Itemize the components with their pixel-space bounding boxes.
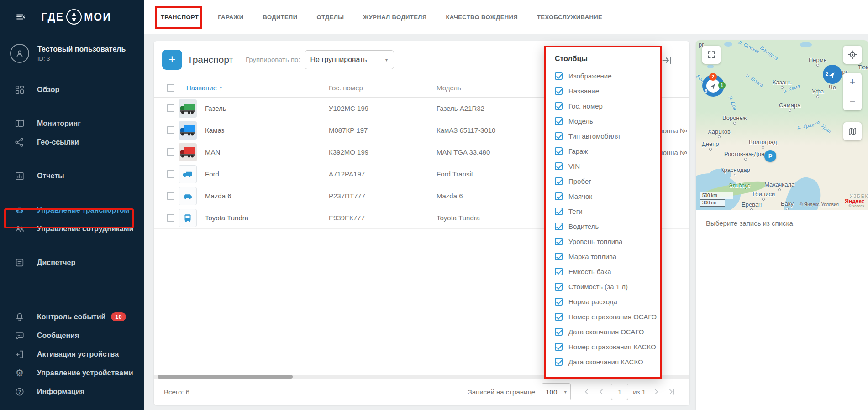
menu-icon[interactable] [15, 11, 28, 22]
first-page-icon[interactable] [578, 387, 594, 396]
sidebar-item-employee-management[interactable]: Управление сотрудниками [0, 219, 144, 238]
parking-marker[interactable]: P [764, 150, 776, 162]
sidebar-item-dispatcher[interactable]: Диспетчер [0, 253, 144, 272]
scrollbar-thumb[interactable] [158, 375, 293, 379]
zoom-in-button[interactable]: + [843, 73, 862, 92]
sidebar-item-device-activation[interactable]: Активация устройства [0, 345, 144, 363]
column-toggle-item[interactable]: Название [555, 83, 660, 99]
geolocate-button[interactable] [843, 46, 862, 64]
sidebar-item-overview[interactable]: Обзор [0, 80, 144, 99]
prev-page-icon[interactable] [594, 387, 609, 396]
column-toggle-item[interactable]: Теги [555, 204, 660, 219]
chat-icon [14, 331, 25, 341]
column-header-plate[interactable]: Гос. номер [329, 84, 437, 92]
next-page-icon[interactable] [648, 387, 664, 396]
per-page-select[interactable]: 100 ▾ [542, 383, 571, 400]
tab-garages[interactable]: ГАРАЖИ [218, 14, 243, 21]
map-cluster[interactable]: 2 [823, 65, 842, 84]
column-toggle-item[interactable]: Водитель [555, 219, 660, 234]
checkbox-checked-icon[interactable] [555, 117, 563, 125]
checkbox-checked-icon[interactable] [555, 358, 563, 366]
column-toggle-item[interactable]: Марка топлива [555, 249, 660, 264]
sidebar-item-event-control[interactable]: Контроль событий10 [0, 307, 144, 326]
sidebar-item-information[interactable]: ?Информация [0, 382, 144, 401]
checkbox-checked-icon[interactable] [555, 268, 563, 275]
map-icon [14, 119, 25, 129]
tab-departments[interactable]: ОТДЕЛЫ [316, 14, 344, 21]
add-vehicle-button[interactable]: + [162, 50, 182, 70]
column-toggle-item[interactable]: Номер страхования КАСКО [555, 339, 660, 354]
column-toggle-item[interactable]: Пробег [555, 174, 660, 189]
row-checkbox[interactable] [167, 148, 174, 156]
column-label: Гос. номер [568, 102, 603, 110]
checkbox-checked-icon[interactable] [555, 253, 563, 260]
tab-driver-journal[interactable]: ЖУРНАЛ ВОДИТЕЛЯ [363, 14, 426, 21]
column-toggle-item[interactable]: Изображение [555, 68, 660, 83]
tab-transport[interactable]: ТРАНСПОРТ [161, 14, 199, 21]
last-page-icon[interactable] [664, 387, 679, 396]
column-toggle-item[interactable]: Гос. номер [555, 99, 660, 114]
map-cluster[interactable]: 2 1 6 [702, 75, 724, 97]
sidebar-item-monitoring[interactable]: Мониторинг [0, 114, 144, 133]
checkbox-checked-icon[interactable] [555, 192, 563, 200]
sidebar-item-reports[interactable]: Отчеты [0, 166, 144, 185]
checkbox-checked-icon[interactable] [555, 147, 563, 155]
column-toggle-item[interactable]: Уровень топлива [555, 234, 660, 249]
column-header-name[interactable]: Название↑ [179, 84, 329, 92]
column-toggle-item[interactable]: Гараж [555, 144, 660, 159]
sidebar-item-geo-links[interactable]: Гео-ссылки [0, 133, 144, 151]
lake-shape [800, 42, 812, 47]
fullscreen-button[interactable] [702, 46, 721, 64]
checkbox-checked-icon[interactable] [555, 72, 563, 80]
column-toggle-item[interactable]: Номер страхования ОСАГО [555, 309, 660, 324]
layers-button[interactable] [843, 122, 862, 140]
row-checkbox[interactable] [167, 104, 174, 112]
checkbox-checked-icon[interactable] [555, 102, 563, 110]
checkbox-checked-icon[interactable] [555, 328, 563, 336]
column-toggle-item[interactable]: Тип автомобиля [555, 129, 660, 144]
sidebar-item-device-management[interactable]: ⚙Управление устройствами [0, 363, 144, 382]
sidebar-item-vehicle-management[interactable]: Управление транспортом [0, 201, 144, 219]
column-toggle-item[interactable]: Стоимость (за 1 л) [555, 279, 660, 294]
checkbox-checked-icon[interactable] [555, 177, 563, 185]
sidebar-item-messages[interactable]: Сообщения [0, 326, 144, 345]
row-checkbox[interactable] [167, 192, 174, 200]
select-all-checkbox[interactable] [167, 84, 174, 92]
checkbox-checked-icon[interactable] [555, 343, 563, 351]
logo-row: ГДЕ МОИ [0, 0, 144, 34]
row-checkbox[interactable] [167, 126, 174, 134]
tab-driving-quality[interactable]: КАЧЕСТВО ВОЖДЕНИЯ [446, 14, 518, 21]
zoom-out-button[interactable]: − [843, 92, 862, 111]
map-canvas[interactable]: + − 2 1 6 2 P 500 km 300 mi © ЯндексУсло… [696, 40, 868, 210]
column-toggle-item[interactable]: Маячок [555, 189, 660, 204]
column-toggle-item[interactable]: Дата окончания ОСАГО [555, 324, 660, 339]
row-checkbox[interactable] [167, 214, 174, 222]
checkbox-checked-icon[interactable] [555, 298, 563, 306]
tab-maintenance[interactable]: ТЕХОБСЛУЖИВАНИЕ [537, 14, 602, 21]
column-toggle-item[interactable]: Емкость бака [555, 264, 660, 279]
checkbox-checked-icon[interactable] [555, 208, 563, 215]
checkbox-checked-icon[interactable] [555, 313, 563, 321]
column-toggle-item[interactable]: Норма расхода [555, 294, 660, 309]
tab-drivers[interactable]: ВОДИТЕЛИ [263, 14, 298, 21]
group-by-select[interactable]: Не группировать ▾ [305, 50, 394, 69]
checkbox-checked-icon[interactable] [555, 283, 563, 291]
checkbox-checked-icon[interactable] [555, 238, 563, 245]
checkbox-checked-icon[interactable] [555, 223, 563, 230]
user-block[interactable]: Тестовый пользователь ID: 3 [0, 34, 144, 63]
terms-link[interactable]: Условия [821, 202, 839, 207]
column-toggle-item[interactable]: Модель [555, 114, 660, 129]
avatar [10, 44, 29, 63]
column-toggle-item[interactable]: VIN [555, 159, 660, 174]
map-city-label: Самара [779, 102, 800, 112]
checkbox-checked-icon[interactable] [555, 87, 563, 95]
row-checkbox[interactable] [167, 170, 174, 178]
checkbox-checked-icon[interactable] [555, 162, 563, 170]
page-input[interactable]: 1 [611, 384, 628, 400]
column-toggle-item[interactable]: Дата окончания КАСКО [555, 354, 660, 369]
device-activate-icon [14, 349, 25, 359]
map-scale-mi: 300 mi [700, 199, 725, 207]
collapse-right-icon[interactable] [661, 55, 672, 66]
checkbox-checked-icon[interactable] [555, 132, 563, 140]
map-city-label: Эльбрус [729, 182, 750, 189]
